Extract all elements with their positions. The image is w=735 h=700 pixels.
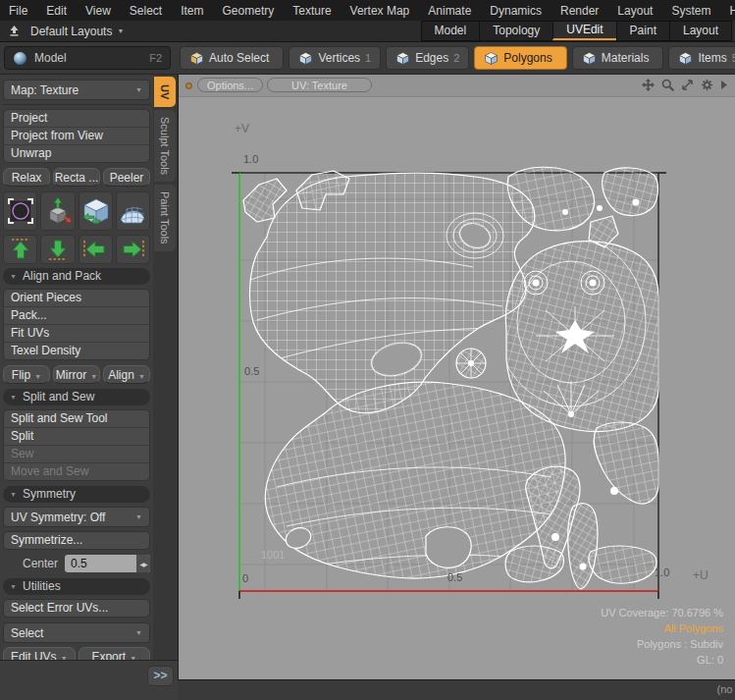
menu-item[interactable]: Item: [181, 4, 203, 18]
menu-help[interactable]: Help: [729, 4, 735, 18]
pack-button[interactable]: Pack...: [4, 307, 149, 325]
uv-canvas[interactable]: [179, 75, 735, 679]
symmetrize-button[interactable]: Symmetrize...: [4, 532, 149, 549]
texel-density-button[interactable]: Texel Density: [4, 343, 149, 359]
origin-label: 0: [242, 572, 248, 584]
menu-layout[interactable]: Layout: [617, 4, 653, 18]
tab-topology[interactable]: Topology: [479, 21, 552, 41]
menu-system[interactable]: System: [671, 4, 710, 18]
selection-scope-text: All Polygons: [601, 620, 723, 636]
uv-projection-tool-button[interactable]: [79, 191, 113, 231]
uv-coverage-text: UV Coverage: 70.6796 %: [601, 605, 723, 620]
menu-select[interactable]: Select: [130, 4, 162, 18]
menu-view[interactable]: View: [85, 4, 111, 18]
menu-texture[interactable]: Texture: [292, 4, 331, 18]
select-error-uvs-button[interactable]: Select Error UVs...: [4, 600, 149, 617]
align-and-pack-header[interactable]: ▼Align and Pack: [3, 268, 150, 285]
align-up-button[interactable]: [3, 235, 37, 264]
map-texture-dropdown[interactable]: Map: Texture ▼: [3, 80, 150, 100]
polygon-type-text: Polygons : Subdiv: [601, 636, 723, 652]
align-down-button[interactable]: [40, 235, 75, 264]
pin-layout-icon[interactable]: [8, 25, 21, 37]
menu-file[interactable]: File: [9, 4, 27, 18]
select-dropdown[interactable]: Select ▼: [3, 622, 150, 643]
uv-selection-tool-button[interactable]: [3, 191, 37, 231]
tab-paint[interactable]: Paint: [616, 21, 669, 41]
gear-icon[interactable]: [701, 79, 713, 91]
items-mode-button[interactable]: Items5: [668, 46, 735, 70]
zoom-icon[interactable]: [661, 79, 674, 91]
chevron-down-icon: ▼: [34, 373, 41, 380]
udim-tile-label: 1001: [261, 549, 285, 561]
tab-paint-tools[interactable]: Paint Tools: [154, 185, 176, 251]
maximize-icon[interactable]: [681, 79, 694, 91]
mirror-dropdown[interactable]: Mirror▼: [53, 365, 100, 384]
stepper-icon[interactable]: ◀▶: [136, 555, 150, 572]
uv-sphere-icon: [118, 196, 147, 226]
center-value[interactable]: 0.5: [65, 555, 136, 572]
green-arrow-down-icon: [45, 238, 71, 261]
fit-uvs-button[interactable]: Fit UVs: [4, 325, 149, 343]
v-mid-label: 0.5: [244, 365, 259, 377]
tab-uv[interactable]: UV: [154, 77, 176, 107]
default-layouts-dropdown[interactable]: Default Layouts: [30, 25, 112, 38]
model-shortcut: F2: [149, 52, 162, 64]
flyout-arrow-icon[interactable]: [720, 80, 728, 90]
peeler-button[interactable]: Peeler: [103, 168, 150, 187]
polygons-mode-button[interactable]: Polygons: [474, 46, 566, 70]
chevron-down-icon: ▼: [135, 513, 142, 520]
menu-dynamics[interactable]: Dynamics: [490, 4, 542, 18]
options-button[interactable]: Options...: [197, 78, 263, 92]
cube-icon: [298, 51, 313, 66]
symmetry-header[interactable]: ▼Symmetry: [3, 486, 150, 503]
auto-select-button[interactable]: Auto Select: [180, 46, 284, 70]
u-mid-label: 0.5: [447, 571, 462, 583]
menu-animate[interactable]: Animate: [428, 4, 471, 18]
tab-uvedit[interactable]: UVEdit: [552, 21, 615, 40]
u-axis-label: +U: [693, 568, 709, 582]
info-bar: (no i: [178, 679, 735, 700]
chevron-down-icon: ▼: [135, 629, 142, 636]
project-button[interactable]: Project: [4, 110, 149, 128]
split-button[interactable]: Split: [4, 428, 149, 446]
align-right-button[interactable]: [116, 235, 150, 264]
item-mode-selector[interactable]: Model F2: [4, 46, 171, 70]
u-max-label: 1.0: [655, 566, 669, 578]
cube-icon: [582, 51, 597, 66]
orient-pieces-button[interactable]: Orient Pieces: [4, 290, 149, 307]
projection-group: Project Project from View Unwrap: [3, 109, 150, 163]
menu-render[interactable]: Render: [560, 4, 599, 18]
edges-mode-button[interactable]: Edges2: [386, 46, 469, 70]
viewport-state-dot[interactable]: [185, 82, 192, 89]
divider: [3, 104, 150, 105]
menu-vertex-map[interactable]: Vertex Map: [350, 4, 410, 18]
split-and-sew-tool-button[interactable]: Split and Sew Tool: [4, 410, 149, 428]
uv-viewport[interactable]: Options... UV: Texture +V +U 1.0 0.5 0 0…: [178, 75, 735, 679]
relax-button[interactable]: Relax: [3, 168, 50, 187]
align-left-button[interactable]: [79, 235, 113, 264]
uv-symmetry-dropdown[interactable]: UV Symmetry: Off ▼: [3, 507, 150, 527]
uv-map-button[interactable]: UV: Texture: [267, 78, 372, 92]
center-input[interactable]: 0.5 ◀▶: [65, 555, 150, 572]
tab-layout[interactable]: Layout: [669, 21, 732, 41]
side-tab-strip: UV Sculpt Tools Paint Tools: [153, 75, 178, 660]
vertices-mode-button[interactable]: Vertices1: [289, 46, 381, 70]
flip-dropdown[interactable]: Flip▼: [3, 365, 50, 384]
green-arrow-right-icon: [120, 238, 145, 261]
menu-geometry[interactable]: Geometry: [223, 4, 275, 18]
uv-align-icons: [3, 235, 150, 264]
utilities-header[interactable]: ▼Utilities: [3, 578, 150, 595]
unwrap-button[interactable]: Unwrap: [4, 145, 149, 162]
project-from-view-button[interactable]: Project from View: [4, 128, 149, 145]
materials-mode-button[interactable]: Materials: [572, 46, 664, 70]
pan-icon[interactable]: [642, 79, 655, 91]
bottom-more-button[interactable]: >>: [147, 666, 174, 686]
tab-model[interactable]: Model: [421, 21, 480, 41]
split-and-sew-header[interactable]: ▼Split and Sew: [3, 389, 150, 405]
tab-sculpt-tools[interactable]: Sculpt Tools: [154, 110, 176, 182]
uv-sphere-tool-button[interactable]: [116, 191, 150, 231]
align-dropdown[interactable]: Align▼: [103, 365, 150, 384]
menu-edit[interactable]: Edit: [46, 4, 67, 18]
uv-transform-tool-button[interactable]: [40, 191, 75, 231]
rectangle-button[interactable]: Recta ...: [53, 168, 100, 187]
